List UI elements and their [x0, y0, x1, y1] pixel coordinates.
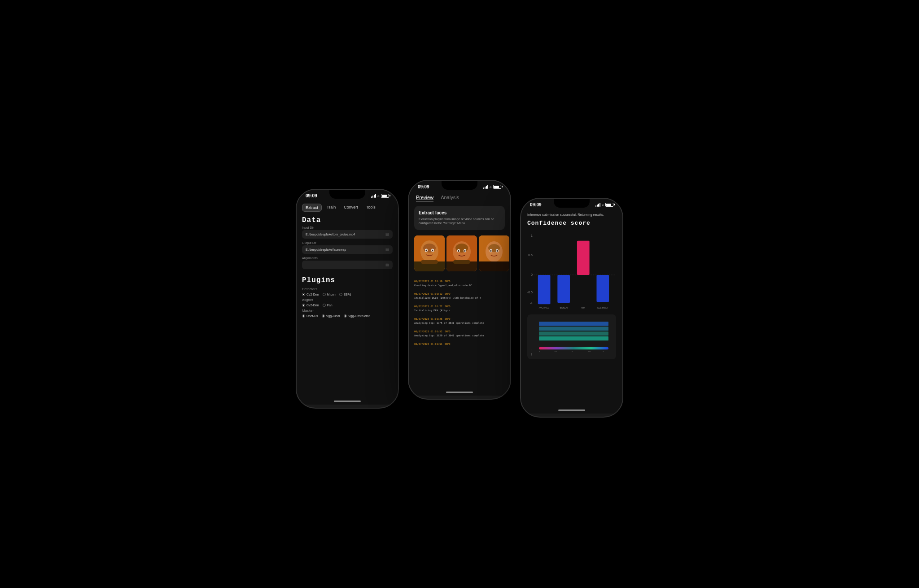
wifi-icon: ⌕ — [377, 194, 380, 198]
log-ts-3: 06/07/2023 01:01:26 — [414, 318, 442, 320]
battery-icon — [381, 194, 389, 198]
svg-point-24 — [497, 250, 498, 252]
aligner-cv2-label: Cv2-Dnn — [306, 304, 319, 307]
tab-extract[interactable]: Extract — [302, 204, 322, 212]
log-entry-2: 06/07/2023 01:01:22 INFO Initializing FA… — [414, 301, 505, 312]
masker-unet[interactable]: Unet-Dfl — [302, 314, 318, 318]
wifi-icon-2: ⌕ — [490, 185, 492, 189]
input-dir-label: Input Dir — [302, 226, 393, 229]
alignments-input[interactable]: ▤ — [302, 261, 393, 269]
output-dir-input[interactable]: E:/deepq/deepfake/faceswap ▤ — [302, 245, 393, 254]
svg-point-6 — [432, 250, 433, 252]
svg-text:0: 0 — [572, 351, 573, 353]
svg-text:1: 1 — [539, 351, 540, 353]
svg-text:-1: -1 — [530, 301, 533, 305]
home-indicator-2[interactable] — [446, 392, 473, 393]
svg-text:BOKEN: BOKEN — [560, 307, 568, 309]
tab-analysis[interactable]: Analysis — [441, 195, 459, 201]
svg-text:SELIMSEF: SELIMSEF — [597, 307, 608, 309]
phone-1: 09:09 ⌕ Extract Train Convert — [296, 189, 399, 409]
log-ts-0: 06/07/2023 01:01:10 — [414, 280, 442, 283]
extract-card-title: Extract faces — [419, 210, 500, 215]
svg-rect-32 — [538, 275, 551, 304]
input-dir-input[interactable]: E:/deepq/deepfake/tom_cruise.mp4 ▤ — [302, 230, 393, 239]
masker-vgg-clear-label: Vgg-Clear — [326, 314, 341, 318]
log-ts-4: 06/07/2023 01:01:52 — [414, 330, 442, 333]
extract-card: Extract faces Extraction plugins from im… — [414, 206, 505, 231]
svg-text:0 - 1: 0 - 1 — [531, 349, 532, 352]
folder-icon-3: ▤ — [385, 263, 389, 267]
tab-train[interactable]: Train — [324, 204, 339, 212]
data-title: Data — [297, 213, 398, 226]
svg-text:Real: Real — [531, 353, 533, 356]
aligner-fan-radio — [323, 304, 326, 307]
masker-vgg-clear[interactable]: Vgg-Clear — [322, 314, 341, 318]
log-entry-4: 06/07/2023 01:01:52 INFO Analyzing 0pp: … — [414, 326, 505, 337]
aligners-row: Cv2-Dnn Fan — [297, 303, 398, 308]
face-image-1 — [414, 235, 445, 271]
svg-rect-46 — [539, 327, 608, 331]
svg-text:-0.5: -0.5 — [588, 351, 591, 353]
svg-rect-8 — [421, 260, 438, 264]
aligner-fan[interactable]: Fan — [323, 304, 333, 307]
svg-text:1: 1 — [531, 234, 533, 237]
masker-label: Masker — [297, 308, 398, 314]
alignments-group: Alignments ▤ — [297, 257, 398, 272]
tab-preview[interactable]: Preview — [416, 195, 433, 201]
phones-container: 09:09 ⌕ Extract Train Convert — [296, 180, 623, 409]
plugins-section: Plugins Detectors Cv2-Dnn Mtcnn S3Fd — [297, 272, 398, 320]
log-area: 06/07/2023 01:01:10 INFO Counting device… — [409, 274, 510, 346]
aligner-fan-label: Fan — [327, 304, 333, 307]
detector-s3fd-label: S3Fd — [344, 293, 351, 296]
tab-convert[interactable]: Convert — [341, 204, 361, 212]
log-entry-0: 06/07/2023 01:01:10 INFO Counting device… — [414, 276, 505, 287]
svg-rect-17 — [453, 260, 470, 264]
log-level-2: INFO — [444, 305, 450, 308]
phone-3-screen: Inference submission successful. Returni… — [521, 209, 622, 414]
nav-tabs: Extract Train Convert Tools — [297, 200, 398, 213]
input-dir-value: E:/deepq/deepfake/tom_cruise.mp4 — [306, 233, 355, 236]
maskers-row: Unet-Dfl Vgg-Clear Vgg-Obstructed — [297, 314, 398, 318]
detector-cv2[interactable]: Cv2-Dnn — [302, 293, 319, 296]
status-time-3: 09:09 — [530, 202, 542, 207]
face-image-2 — [446, 235, 477, 271]
detector-cv2-label: Cv2-Dnn — [306, 293, 319, 296]
output-dir-value: E:/deepq/deepfake/faceswap — [306, 248, 346, 251]
aligner-cv2-radio — [302, 304, 305, 307]
home-indicator-3[interactable] — [558, 409, 585, 411]
detector-mtcnn-radio — [323, 293, 326, 296]
notch-2 — [442, 181, 477, 190]
inference-message: Inference submission successful. Returni… — [521, 209, 622, 219]
face-thumb-2 — [446, 235, 477, 271]
svg-point-15 — [464, 250, 466, 252]
svg-text:AVERAGE: AVERAGE — [539, 307, 550, 309]
log-text-0: Counting device "gpucl_and_eliminate.0" — [414, 284, 505, 287]
svg-text:-0.5: -0.5 — [527, 291, 533, 294]
detector-cv2-radio — [302, 293, 305, 296]
face-image-3 — [479, 235, 509, 271]
svg-text:MM: MM — [582, 307, 585, 309]
input-dir-group: Input Dir E:/deepq/deepfake/tom_cruise.m… — [297, 226, 398, 241]
home-indicator-1[interactable] — [334, 401, 361, 402]
phone-3: 09:09 ⌕ Inference submission successful.… — [520, 198, 623, 418]
face-thumbnails — [409, 233, 510, 274]
masker-vgg-obs[interactable]: Vgg-Obstructed — [344, 314, 370, 318]
preview-tabs: Preview Analysis — [409, 191, 510, 203]
svg-text:-1: -1 — [602, 351, 604, 353]
log-text-2: Initializing FAN (Align). — [414, 309, 505, 312]
detectors-row: Cv2-Dnn Mtcnn S3Fd — [297, 292, 398, 297]
phone-2-screen: Preview Analysis Extract faces Extractio… — [409, 191, 510, 396]
log-entry-5: 06/07/2023 01:01:54 INFO Initialized Fan… — [414, 339, 505, 346]
tab-tools[interactable]: Tools — [363, 204, 379, 212]
aligner-cv2[interactable]: Cv2-Dnn — [302, 304, 319, 307]
alignments-label: Alignments — [302, 257, 393, 260]
detector-mtcnn[interactable]: Mtcnn — [323, 293, 336, 296]
face-thumb-1 — [414, 235, 445, 271]
svg-point-23 — [490, 250, 492, 252]
detector-s3fd[interactable]: S3Fd — [339, 293, 351, 296]
svg-rect-25 — [479, 261, 509, 271]
svg-point-2 — [423, 244, 436, 253]
svg-rect-35 — [596, 275, 609, 302]
detectors-label: Detectors — [297, 286, 398, 292]
log-text-1: Initialized DLIB (Detect) with batchsize… — [414, 296, 505, 299]
